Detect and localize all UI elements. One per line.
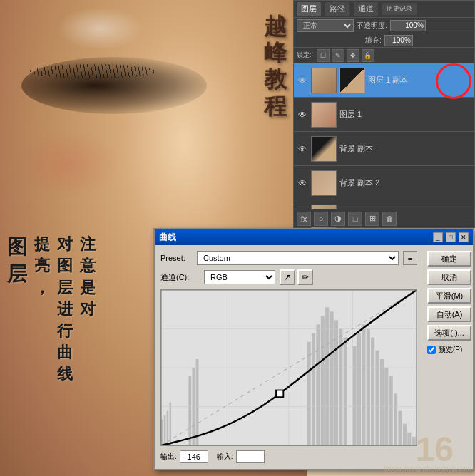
options-button[interactable]: 选项(I)... [427,325,471,341]
cn-col-1: 图 层 [7,235,27,384]
channel-label: 通道(C): [160,272,200,283]
svg-rect-18 [357,333,361,445]
cn-char-shi: 是 [80,279,96,297]
minimize-btn[interactable]: _ [433,232,443,242]
cn-char-dui2: 对 [80,300,96,319]
svg-rect-14 [334,320,338,445]
blend-mode-select[interactable]: 正常 [297,19,354,32]
layers-bottom-bar: fx ○ ◑ □ ⊞ 🗑 [294,209,474,227]
cn-char-liang: 亮 [34,257,50,275]
input-value-input[interactable] [236,450,265,463]
cn-char-tulayer: 图 [7,235,27,259]
opacity-input[interactable] [390,20,426,31]
svg-rect-21 [371,338,374,445]
layer-thumb-0 [311,68,337,93]
svg-rect-4 [170,402,172,445]
close-btn[interactable]: ✕ [459,232,469,242]
layer-item-2[interactable]: 👁 背景 副本 [294,132,474,166]
instruction-text: 图 层 提 亮 ， 对 图 层 进 行 曲 线 注 意 是 对 [7,235,178,384]
channel-row: 通道(C): RGB ↗ ✏ [160,269,417,285]
svg-rect-20 [367,329,370,446]
svg-rect-17 [353,346,357,445]
tab-history[interactable]: 历史记录 [382,3,417,15]
tab-paths[interactable]: 路径 [325,2,349,16]
lock-all-btn[interactable]: 🔒 [362,49,374,62]
cn-char-xing: 行 [57,322,73,341]
deco-char-4: 程 [264,94,287,119]
deco-char-3: 教 [264,67,287,92]
layer-item-0[interactable]: 👁 图层 1 副本 [294,63,474,98]
cn-char-xian: 线 [57,365,73,383]
fill-input[interactable] [384,35,413,46]
layer-mask-btn[interactable]: ○ [314,212,328,226]
lock-move-btn[interactable]: ✥ [347,49,359,62]
layer-name-0: 图层 1 副本 [368,75,471,86]
svg-rect-11 [321,316,325,445]
svg-rect-19 [362,324,365,445]
lock-transparent-btn[interactable]: ☐ [317,49,330,62]
curve-control-point[interactable] [276,390,283,397]
svg-rect-12 [325,307,329,445]
curves-title: 曲线 [159,232,430,244]
tab-layers[interactable]: 图层 [297,2,321,16]
svg-rect-2 [164,415,166,445]
deco-char-2: 峰 [264,41,287,66]
curve-pointer-tool[interactable]: ↗ [280,269,295,285]
fill-row: 填充: [294,33,474,48]
layer-item-1[interactable]: 👁 图层 1 [294,98,474,132]
lock-paint-btn[interactable]: ✎ [332,49,344,62]
layers-panel-header: 图层 路径 通道 历史记录 [294,1,474,18]
svg-rect-26 [394,393,397,445]
layer-lock-icons: 锁定: ☐ ✎ ✥ 🔒 [294,48,474,63]
svg-rect-22 [375,351,379,445]
curve-pencil-tool[interactable]: ✏ [297,269,313,285]
new-layer-btn[interactable]: ⊞ [365,212,379,226]
channel-select[interactable]: RGB [204,270,275,284]
blush [14,128,121,200]
tab-channels[interactable]: 通道 [354,2,378,16]
svg-rect-9 [312,333,315,445]
eye-icon-1[interactable]: 👁 [297,109,308,120]
curves-titlebar: 曲线 _ □ ✕ [155,229,473,245]
cn-char-ceng: 层 [57,279,73,297]
layers-panel: 图层 路径 通道 历史记录 正常 不透明度: 填充: 锁定: ☐ ✎ ✥ 🔒 👁… [293,0,475,228]
deco-chars: 越 峰 教 程 [254,0,297,214]
svg-rect-3 [167,411,169,445]
layer-effects-btn[interactable]: fx [297,212,311,226]
eye-icon-2[interactable]: 👁 [297,143,308,155]
layer-thumb-2 [311,136,337,162]
preview-checkbox[interactable] [427,346,436,354]
maximize-btn[interactable]: □ [446,232,456,242]
delete-layer-btn[interactable]: 🗑 [382,212,397,226]
deco-char-1: 越 [264,14,287,39]
svg-rect-13 [330,311,334,445]
layer-item-3[interactable]: 👁 背景 副本 2 [294,166,474,200]
curves-main: Preset: Custom ≡ 通道(C): RGB ↗ ✏ [155,245,423,469]
face-paint [57,7,143,50]
svg-rect-7 [196,359,199,445]
preset-select[interactable]: Custom [197,251,399,265]
opacity-label: 不透明度: [357,21,387,31]
preset-row: Preset: Custom ≡ [160,251,417,265]
eye-icon-0[interactable]: 👁 [297,75,308,86]
ok-button[interactable]: 确定 [427,251,471,267]
auto-button[interactable]: 自动(A) [427,306,471,322]
adjustment-layer-btn[interactable]: ◑ [331,212,345,226]
watermark: laobuchang.photoshop.com [384,465,471,472]
svg-rect-8 [307,342,311,445]
lock-label: 锁定: [297,51,312,60]
group-btn[interactable]: □ [348,212,362,226]
cancel-button[interactable]: 取消 [427,269,471,285]
cn-col-4: 注 意 是 对 [80,235,96,384]
preset-menu-btn[interactable]: ≡ [403,251,417,265]
eye-icon-3[interactable]: 👁 [297,177,308,189]
curve-tools: ↗ ✏ [280,269,313,285]
output-value-input[interactable] [180,450,208,463]
svg-rect-10 [316,324,320,445]
layer-name-3: 背景 副本 2 [339,177,471,188]
lashes [29,64,157,78]
curve-canvas-area[interactable] [160,289,417,446]
smooth-button[interactable]: 平滑(M) [427,288,471,304]
fill-label: 填充: [365,36,382,46]
svg-rect-28 [403,424,407,445]
